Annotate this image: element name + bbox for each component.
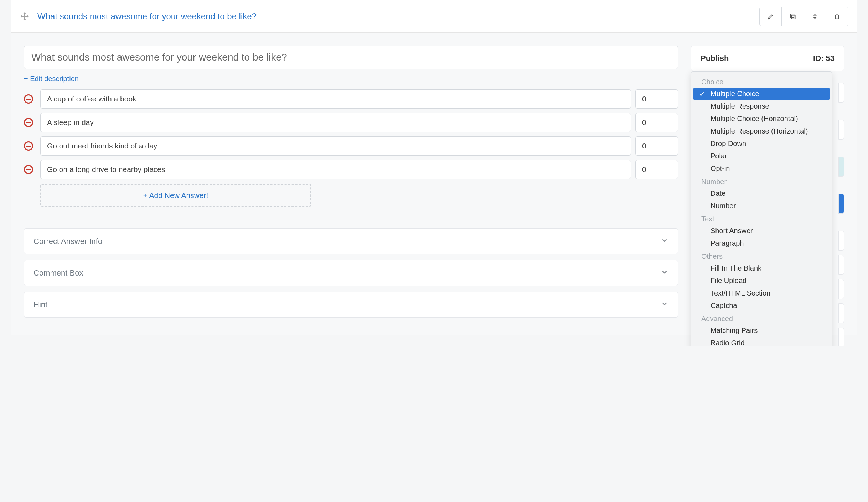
chevron-down-icon [661, 268, 668, 278]
answer-row [24, 136, 678, 156]
publish-panel: Publish ID: 53 [691, 46, 844, 71]
settings-column: Publish ID: 53 ChoiceMultiple ChoiceMult… [691, 46, 844, 318]
dropdown-item[interactable]: Paragraph [693, 237, 830, 250]
side-option[interactable] [838, 157, 844, 177]
card-title[interactable]: What sounds most awesome for your weeken… [37, 11, 759, 21]
dropdown-item[interactable]: Number [693, 200, 830, 212]
dropdown-item[interactable]: Drop Down [693, 137, 830, 150]
chevron-down-icon [661, 236, 668, 246]
question-title-input[interactable] [24, 46, 678, 69]
card-toolbar [759, 7, 848, 26]
svg-rect-1 [790, 14, 794, 17]
correct-answer-label: Correct Answer Info [33, 237, 102, 246]
question-card: What sounds most awesome for your weeken… [11, 0, 857, 335]
side-option[interactable] [838, 279, 844, 299]
dropdown-group-label: Choice [693, 75, 830, 88]
hint-label: Hint [33, 300, 47, 309]
svg-rect-0 [791, 15, 795, 19]
side-options-strip [838, 83, 844, 346]
publish-label: Publish [701, 54, 729, 63]
dropdown-item[interactable]: Captcha [693, 299, 830, 312]
dropdown-item[interactable]: Polar [693, 150, 830, 162]
comment-box-section[interactable]: Comment Box [24, 260, 678, 286]
dropdown-group-label: Text [693, 212, 830, 225]
remove-answer-icon[interactable] [24, 141, 33, 151]
dropdown-group-label: Advanced [693, 312, 830, 324]
question-id-label: ID: 53 [813, 54, 835, 63]
dropdown-item[interactable]: Radio Grid [693, 337, 830, 346]
delete-button[interactable] [826, 7, 848, 26]
answer-score-input[interactable] [635, 89, 678, 109]
dropdown-item[interactable]: Short Answer [693, 225, 830, 237]
edit-description-link[interactable]: + Edit description [24, 75, 79, 83]
question-type-dropdown[interactable]: ChoiceMultiple ChoiceMultiple ResponseMu… [691, 71, 832, 346]
answer-row [24, 113, 678, 132]
side-option[interactable] [838, 120, 844, 140]
dropdown-item[interactable]: Date [693, 187, 830, 200]
card-header: What sounds most awesome for your weeken… [11, 0, 857, 33]
dropdown-group-label: Number [693, 175, 830, 187]
answer-score-input[interactable] [635, 136, 678, 156]
dropdown-item[interactable]: Opt-in [693, 162, 830, 175]
card-body: + Edit description + Add New Answer! Cor… [11, 33, 857, 335]
side-option[interactable] [838, 83, 844, 103]
edit-button[interactable] [760, 7, 782, 26]
answer-score-input[interactable] [635, 113, 678, 132]
remove-answer-icon[interactable] [24, 94, 33, 104]
duplicate-button[interactable] [782, 7, 804, 26]
answer-text-input[interactable] [40, 113, 631, 132]
side-option[interactable] [838, 194, 844, 214]
hint-section[interactable]: Hint [24, 292, 678, 318]
answer-text-input[interactable] [40, 160, 631, 179]
dropdown-item[interactable]: Multiple Response (Horizontal) [693, 125, 830, 137]
answer-row [24, 89, 678, 109]
dropdown-item[interactable]: Text/HTML Section [693, 287, 830, 299]
dropdown-item[interactable]: Multiple Choice [693, 88, 830, 100]
correct-answer-section[interactable]: Correct Answer Info [24, 228, 678, 254]
remove-answer-icon[interactable] [24, 118, 33, 127]
side-option[interactable] [838, 255, 844, 275]
comment-box-label: Comment Box [33, 268, 83, 278]
side-option[interactable] [838, 328, 844, 346]
dropdown-item[interactable]: Multiple Response [693, 100, 830, 113]
editor-column: + Edit description + Add New Answer! Cor… [24, 46, 678, 318]
answer-row [24, 160, 678, 179]
drag-handle-icon[interactable] [20, 11, 30, 21]
dropdown-item[interactable]: Fill In The Blank [693, 262, 830, 274]
dropdown-group-label: Others [693, 250, 830, 262]
dropdown-item[interactable]: File Upload [693, 274, 830, 287]
chevron-down-icon [661, 300, 668, 309]
side-option[interactable] [838, 231, 844, 251]
answer-text-input[interactable] [40, 89, 631, 109]
side-option[interactable] [838, 303, 844, 323]
dropdown-item[interactable]: Multiple Choice (Horizontal) [693, 113, 830, 125]
answer-score-input[interactable] [635, 160, 678, 179]
answer-text-input[interactable] [40, 136, 631, 156]
add-answer-button[interactable]: + Add New Answer! [40, 184, 311, 207]
collapse-toggle-button[interactable] [804, 7, 826, 26]
dropdown-item[interactable]: Matching Pairs [693, 324, 830, 337]
remove-answer-icon[interactable] [24, 165, 33, 174]
